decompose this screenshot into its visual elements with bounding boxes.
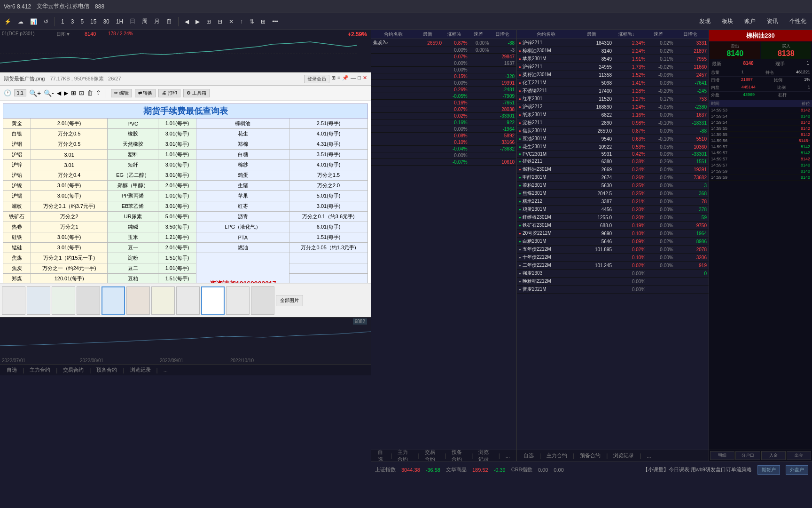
thumb-6[interactable] [126, 286, 150, 315]
bnav-mid-tab-6[interactable]: ... [501, 452, 515, 460]
market-row-12[interactable]: 0.02% -33301 [371, 113, 516, 119]
action-btn-out[interactable]: 出金 [787, 451, 811, 460]
thumb-1[interactable] [2, 286, 25, 315]
tb-icon-copy[interactable]: ⊞ [204, 17, 213, 26]
right-market-row[interactable]: ● 二年债2212M 101.245 0.02% 0.00% 919 [517, 262, 709, 270]
doc-tool-zoom-out[interactable]: 🔍- [44, 89, 54, 97]
market-row-5[interactable]: 0.00% [371, 67, 516, 73]
doc-tool-frame[interactable]: ⊡ [79, 89, 84, 96]
thumb-10[interactable] [226, 286, 250, 315]
toolbar-icon-4[interactable]: ↺ [41, 17, 51, 26]
right-market-row[interactable]: ● 硅铁2211 6380 0.38% 0.26% -1551 [517, 158, 709, 166]
right-market-row[interactable]: ● 焦煤2301M 2042.5 0.25% 0.00% -368 [517, 190, 709, 198]
doc-close-icon[interactable]: ✕ [363, 75, 367, 83]
doc-login-btn[interactable]: 登录会员 [304, 75, 329, 83]
tb-num-1[interactable]: 1 [59, 17, 67, 26]
bnav-mid-tab-4[interactable]: 预备合约 [447, 448, 470, 461]
doc-tool-share[interactable]: ⇧ [96, 89, 101, 96]
thumb-3[interactable] [52, 286, 75, 315]
tb-num-60[interactable]: 1H [114, 17, 125, 26]
toolbar-icon-2[interactable]: ☁ [16, 17, 26, 26]
bnav-right-tab-5[interactable]: ... [642, 452, 656, 460]
market-row-6[interactable]: 0.15% -320 [371, 73, 516, 80]
bnav-mid-tab-5[interactable]: 浏览记录 [474, 448, 497, 461]
tb-auto[interactable]: 自 [164, 16, 174, 26]
action-btn-split[interactable]: 分户口 [735, 451, 760, 460]
market-row-17[interactable]: -0.04% -73682 [371, 146, 516, 152]
tb-week[interactable]: 周 [140, 16, 150, 26]
market-row-13[interactable]: -0.16% -922 [371, 119, 516, 126]
action-btn-detail[interactable]: 明细 [710, 451, 734, 460]
thumb-8[interactable] [176, 286, 200, 315]
right-market-row[interactable]: ● 强麦2303 --- 0.00% --- 0 [517, 270, 709, 278]
doc-compare-icon[interactable]: ≡ [337, 75, 340, 83]
bnav-left-tab-1[interactable]: 自选 [2, 365, 22, 374]
doc-minimize-icon[interactable]: — [351, 75, 356, 83]
bnav-left-tab-3[interactable]: 交易合约 [58, 365, 88, 374]
market-row-8[interactable]: 0.26% -2481 [371, 87, 516, 93]
doc-maximize-icon[interactable]: □ [358, 75, 361, 83]
market-row-4[interactable]: 0.00% 1637 [371, 60, 516, 67]
tb-icon-grid[interactable]: ⊞ [258, 17, 268, 26]
status-foreign-btn[interactable]: 外盘户 [786, 465, 808, 475]
tb-btn-account[interactable]: 账户 [741, 16, 759, 26]
toolbar-icon-3[interactable]: 📊 [28, 17, 39, 26]
right-market-row[interactable]: ● 甲醇2301M 2674 0.26% -0.04% 73682 [517, 174, 709, 182]
right-market-row[interactable]: ● 糯米2212 3387 0.21% 0.00% 78 [517, 198, 709, 206]
bnav-mid-tab-2[interactable]: 主力合约 [393, 448, 416, 461]
right-market-row[interactable]: ● 十年债2212M --- 0.10% 0.00% 3206 [517, 254, 709, 262]
thumb-5[interactable] [102, 286, 125, 315]
right-market-row[interactable]: ● 20号胶2212M 9690 0.10% 0.00% -1964 [517, 230, 709, 238]
doc-tool-edit[interactable]: ✏ 编辑 [111, 89, 132, 97]
thumb-all-button[interactable]: 全部图片 [276, 295, 303, 306]
tb-icon-updown[interactable]: ⇅ [247, 17, 257, 26]
doc-expand-icon[interactable]: ⊞ [331, 75, 336, 83]
doc-tool-print[interactable]: 🖨 打印 [158, 89, 180, 97]
right-market-row[interactable]: ● 苹果2301M 8549 1.91% 0.11% 7955 [517, 55, 709, 63]
bnav-left-tab-6[interactable]: ... [159, 366, 172, 374]
bnav-right-tab-2[interactable]: 主力合约 [542, 451, 572, 460]
right-market-row[interactable]: ● 沪锡2212 168890 1.24% -0.05% -2380 [517, 103, 709, 111]
right-market-row[interactable]: ● 纸浆2301M 6822 1.16% 0.00% 1637 [517, 111, 709, 119]
market-row-14[interactable]: 0.00% -1964 [371, 126, 516, 133]
bnav-mid-tab-1[interactable]: 自选 [373, 448, 390, 461]
tb-icon-up[interactable]: ↑ [238, 17, 245, 26]
tb-icon-next[interactable]: ▶ [193, 17, 202, 26]
market-row-7[interactable]: 0.00% 19391 [371, 80, 516, 87]
tb-icon-split[interactable]: ⊟ [215, 17, 225, 26]
right-market-row[interactable]: ● 铁矿石2301M 688.0 0.19% 0.00% 9750 [517, 222, 709, 230]
right-market-row[interactable]: ● 化工2211M 5098 1.41% 0.03% -7641 [517, 79, 709, 87]
action-btn-in[interactable]: 入金 [761, 451, 786, 460]
right-market-row[interactable]: ● 红枣2301 11520 1.27% 0.17% 753 [517, 95, 709, 103]
bnav-left-tab-4[interactable]: 预备合约 [92, 365, 122, 374]
doc-pin-icon[interactable]: 📌 [342, 75, 349, 83]
thumb-9[interactable] [201, 286, 225, 315]
market-row-15[interactable]: 0.08% 5892 [371, 133, 516, 139]
bnav-right-tab-1[interactable]: 自选 [519, 451, 539, 460]
doc-tool-copy2[interactable]: ⊞ [71, 89, 76, 96]
toolbar-icon-1[interactable]: ⚡ [2, 17, 14, 26]
tb-icon-prev[interactable]: ◀ [182, 17, 191, 26]
right-market-row[interactable]: ● 五年债2212M 101.895 0.02% 0.00% 2078 [517, 246, 709, 254]
market-row-11[interactable]: 0.07% 28038 [371, 106, 516, 113]
right-market-row[interactable]: ● 纤维板2301M 1255.0 0.20% 0.00% -59 [517, 214, 709, 222]
right-market-row[interactable]: ● 沪锌2211 184310 2.34% 0.02% 3331 [517, 39, 709, 47]
tb-btn-news[interactable]: 资讯 [763, 16, 782, 26]
tb-btn-personal[interactable]: 个性化 [786, 16, 810, 26]
right-market-row[interactable]: ● 不锈钢2211 17400 1.28% -0.20% -245 [517, 87, 709, 95]
bnav-right-tab-3[interactable]: 预备合约 [575, 451, 605, 460]
doc-tool-convert[interactable]: ⇄ 转换 [135, 89, 156, 97]
doc-tool-clock[interactable]: 🕐 [4, 89, 11, 96]
market-row-9[interactable]: -0.05% -7909 [371, 93, 516, 100]
bnav-left-tab-5[interactable]: 浏览记录 [125, 365, 156, 374]
market-row-2[interactable]: 0.00% 0.00% -3 [371, 47, 516, 54]
tb-day[interactable]: 日 [127, 16, 138, 26]
market-row-19[interactable]: -0.07% 10610 [371, 159, 516, 166]
right-market-row[interactable]: ● 晚粳稻2212M --- 0.00% --- --- [517, 278, 709, 286]
tb-month[interactable]: 月 [152, 16, 162, 26]
market-row-18[interactable]: 0.00% [371, 152, 516, 159]
right-market-row[interactable]: ● PVC2301M 5931 0.42% 0.06% -33301 [517, 151, 709, 158]
bnav-left-tab-2[interactable]: 主力合约 [25, 365, 55, 374]
thumb-2[interactable] [27, 286, 50, 315]
right-market-row[interactable]: ● 菜籽油2301M 11358 1.52% -0.06% 2457 [517, 71, 709, 79]
